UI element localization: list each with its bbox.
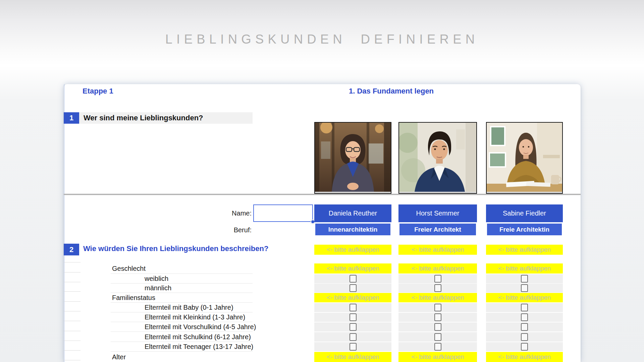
section-divider [64,194,581,195]
option-strip [314,322,391,331]
row-divider [111,302,253,303]
expander-button[interactable]: <- bitte aufklappen [486,293,563,302]
row-divider [111,283,253,284]
beruf-field-label: Beruf: [211,226,252,234]
expander-button[interactable]: <- bitte aufklappen [486,245,563,255]
expander-button[interactable]: <- bitte aufklappen [398,263,477,274]
option-strip [398,284,477,293]
checkbox[interactable] [521,333,528,341]
expander-button[interactable]: <- bitte aufklappen [398,352,477,362]
row-divider [111,274,253,274]
checkbox[interactable] [521,313,528,321]
persona-beruf-cell[interactable]: Innenarchitektin [315,224,390,235]
persona-beruf-cell[interactable]: Freie Architektin [487,224,562,235]
option-strip [398,342,477,351]
row-divider [111,331,253,332]
persona-name-cell[interactable]: Daniela Reuther [314,204,391,222]
question-2-badge: 2 [64,244,79,255]
expander-button[interactable]: <- bitte aufklappen [314,245,391,255]
checkbox[interactable] [434,284,441,292]
criteria-option-label: männlich [145,284,171,293]
criteria-option-label: weiblich [145,274,168,283]
checkbox[interactable] [521,304,528,311]
option-strip [486,303,563,312]
checkbox[interactable] [521,275,528,283]
option-strip [314,284,391,293]
grid-cell-line [64,350,80,351]
option-strip [314,332,391,342]
criteria-group-label: Alter [112,352,126,362]
grid-cell-line [64,272,80,273]
option-strip [314,342,391,351]
criteria-option-label: Elternteil mit Schulkind (6-12 Jahre) [145,332,251,342]
criteria-option-label: Elternteil mit Kleinkind (1-3 Jahre) [145,313,245,322]
option-strip [314,313,391,322]
criteria-option-label: Elternteil mit Teenager (13-17 Jahre) [145,342,253,351]
persona-beruf-cell[interactable]: Freier Architekt [399,224,476,235]
option-strip [398,322,477,331]
option-strip [486,274,563,283]
option-strip [486,332,563,342]
screen: LIEBLINGSKUNDEN DEFINIEREN Etappe 1 1. D… [0,0,644,362]
checkbox[interactable] [434,323,441,331]
expander-button[interactable]: <- bitte aufklappen [314,293,391,302]
expander-button[interactable]: <- bitte aufklappen [314,263,391,274]
grid-cell-line [64,321,80,321]
checkbox[interactable] [434,275,441,283]
checkbox[interactable] [350,343,357,351]
checkbox[interactable] [434,343,441,351]
option-strip [398,313,477,322]
expander-button[interactable]: <- bitte aufklappen [486,352,563,362]
row-divider [111,342,253,342]
row-divider [111,322,253,322]
grid-cell-line [64,282,80,282]
question-1-text: Wer sind meine Lieblingskunden? [79,112,253,124]
name-input[interactable] [253,204,313,222]
option-strip [486,313,563,322]
expander-button[interactable]: <- bitte aufklappen [486,263,563,274]
persona-name-cell[interactable]: Sabine Fiedler [486,204,563,222]
persona-name-cell[interactable]: Horst Semmer [398,204,477,222]
option-strip [486,342,563,351]
page-title: LIEBLINGSKUNDEN DEFINIEREN [0,32,644,47]
option-strip [398,303,477,312]
question-2-text: Wie würden Sie Ihren Lieblingskunden bes… [83,244,268,253]
checkbox[interactable] [350,323,357,331]
checkbox[interactable] [350,284,357,292]
checkbox[interactable] [350,313,357,321]
row-divider [111,312,253,312]
checkbox[interactable] [434,333,441,341]
checkbox[interactable] [434,313,441,321]
checkbox[interactable] [521,284,528,292]
checkbox[interactable] [350,333,357,341]
section-title: 1. Das Fundament legen [349,87,434,96]
criteria-option-label: Elternteil mit Vorschulkind (4-5 Jahre) [145,322,256,331]
checkbox[interactable] [434,304,441,311]
expander-button[interactable]: <- bitte aufklappen [398,293,477,302]
criteria-group-label: Geschlecht [112,263,146,274]
grid-cell-line [64,331,80,331]
option-strip [486,322,563,331]
expander-button[interactable]: <- bitte aufklappen [314,352,391,362]
man-navy-suit-portrait [398,122,477,194]
grid-cell-line [64,291,80,292]
option-strip [486,284,563,293]
woman-mustard-blouse-desk-portrait [486,122,563,194]
expander-button[interactable]: <- bitte aufklappen [398,245,477,255]
option-strip [398,332,477,342]
checkbox[interactable] [350,304,357,311]
card-edge-tint [64,84,65,362]
grid-cell-line [64,262,80,262]
checkbox[interactable] [350,275,357,283]
worksheet-card: Etappe 1 1. Das Fundament legen 1 Wer si… [64,84,581,362]
grid-cell-line [64,301,80,302]
checkbox[interactable] [521,323,528,331]
criteria-group-label: Familienstatus [112,293,155,302]
option-strip [398,274,477,283]
option-strip [314,274,391,283]
row-divider [111,351,253,352]
grid-cell-line [64,360,80,360]
checkbox[interactable] [521,343,528,351]
option-strip [314,303,391,312]
grid-cell-line [64,341,80,341]
